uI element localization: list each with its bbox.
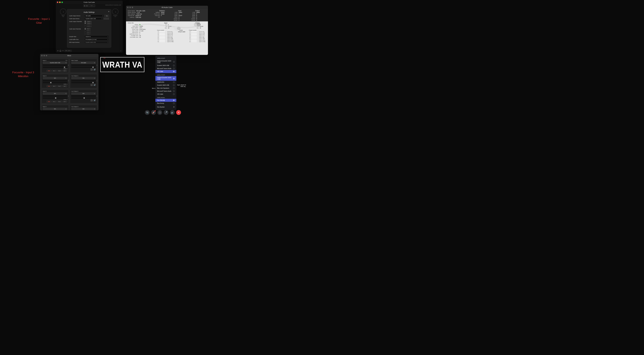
device-dropdown[interactable]: VB-Cable (71, 62, 96, 64)
aux-button[interactable]: Aux 1 (52, 70, 57, 72)
close-icon[interactable] (127, 7, 128, 8)
zoom-icon[interactable] (62, 2, 63, 3)
aux-button[interactable]: Aux 2 (57, 101, 62, 102)
view-icon[interactable]: ▦ (86, 5, 88, 7)
device-option[interactable]: VB-Cable (155, 93, 176, 96)
close-icon[interactable]: ✕ (108, 10, 110, 12)
device-option[interactable]: Ses Etkinliği (155, 99, 176, 102)
channel-checkbox[interactable]: Output 4 (84, 26, 109, 27)
pan-slider[interactable] (71, 82, 96, 83)
channel-checkbox[interactable]: Input 3 (84, 32, 109, 33)
checkbox-icon (84, 22, 86, 24)
output-toggle[interactable]: 🔊 (93, 84, 96, 86)
sample-rate-dropdown[interactable]: 44100 Hz (84, 36, 109, 38)
latency-value[interactable]: 7168 smp (136, 16, 141, 18)
device-option[interactable]: Scarlett 18i20 USB (155, 64, 176, 67)
share-screen-button[interactable]: 🖵 (157, 110, 162, 115)
aux-button[interactable]: Aux 1 (52, 101, 57, 102)
output-toggle[interactable]: 🔊 (93, 99, 96, 102)
channel-checkbox[interactable]: Input 4 (84, 33, 109, 35)
output-device-dropdown[interactable]: VB-Cable (84, 15, 104, 17)
soundboard-button[interactable]: 🔉 (170, 110, 175, 115)
activity-button[interactable]: 🚀 (151, 110, 156, 115)
device-dropdown[interactable]: N/A (71, 92, 96, 95)
channel-label: Output 4 (87, 26, 92, 27)
channel-checkbox[interactable]: Input 2 (84, 30, 109, 31)
view-icon[interactable]: ▣ (84, 5, 86, 7)
zoom-icon[interactable] (132, 7, 133, 8)
output-knob[interactable] (112, 8, 118, 15)
input-knob[interactable] (60, 8, 66, 15)
output-toggle[interactable]: 🎧 (90, 99, 93, 102)
device-dropdown[interactable]: Scarlett 18i20 USB (43, 62, 67, 64)
aux-button[interactable]: Aux 3 (62, 70, 67, 72)
mute-button[interactable]: Mute (46, 101, 52, 102)
zoom-icon[interactable] (46, 55, 47, 56)
device-option[interactable]: Microsoft Teams Audio (155, 67, 176, 70)
output-toggle[interactable]: 🔊 (93, 68, 96, 71)
output-toggle[interactable]: 🎧 (90, 68, 93, 71)
channel-checkbox[interactable]: Output 1 (84, 21, 109, 22)
mute-button[interactable]: Mute (46, 70, 52, 72)
aux-button[interactable]: Aux 2 (57, 70, 62, 72)
vb-titlebar[interactable]: VB-Audio Cable (126, 6, 208, 9)
test-button[interactable]: Test (104, 15, 109, 17)
aux-button[interactable]: Aux 1 (52, 85, 57, 87)
channel-checkbox[interactable]: Output 3 (84, 24, 109, 26)
aux-button[interactable]: Aux 3 (62, 85, 67, 87)
close-icon[interactable] (41, 55, 42, 56)
mixer-titlebar[interactable]: Mixer (40, 54, 98, 57)
internal-sr-value[interactable]: 44100 Hz (136, 15, 141, 16)
midi-input-dropdown[interactable]: Scarlett 18i20 USB (84, 41, 109, 44)
kv-key: b2048: (188, 20, 196, 21)
tuner-icon[interactable]: Ψ (62, 50, 64, 52)
aux-button[interactable]: Aux 2 (57, 85, 62, 87)
device-option[interactable]: Default (Scarlett 18i20 USB) (155, 60, 176, 64)
tap-tempo[interactable]: TAP | 120.0 ♩ (64, 50, 72, 52)
audio-settings-item[interactable]: Ses Ayarları ⚙ (155, 105, 176, 109)
fortin-view-switcher[interactable]: ▣▦⎍⇆⬚ (83, 4, 95, 7)
pan-slider[interactable] (43, 98, 67, 98)
minimize-icon[interactable] (130, 7, 131, 8)
device-dropdown[interactable]: N/A (43, 108, 67, 110)
checkbox-icon (84, 21, 86, 22)
view-icon[interactable]: ⎍ (88, 5, 90, 7)
expand-icon[interactable]: ⤢ (120, 50, 121, 52)
video-button[interactable]: 📷 (145, 110, 150, 115)
gear-icon[interactable]: ⚙ (57, 50, 58, 52)
device-option[interactable]: Bas-Konuş (155, 102, 176, 105)
device-dropdown[interactable]: N/A (43, 92, 67, 95)
device-option[interactable]: Microsoft Teams Audio (155, 90, 176, 93)
channel-checkbox[interactable]: Output 2 (84, 22, 109, 24)
fortin-titlebar[interactable]: Fortin Cali Suite (56, 0, 123, 4)
minimize-icon[interactable] (44, 55, 45, 56)
disconnect-button[interactable]: ✕ (176, 110, 181, 115)
pan-slider[interactable] (71, 98, 96, 98)
device-option[interactable]: Scarlett 18i20 USB (155, 84, 176, 87)
minimize-icon[interactable] (59, 2, 60, 3)
device-option[interactable]: Mac mini Speakers (155, 87, 176, 90)
pan-slider[interactable] (43, 67, 67, 68)
kv-key: b1024: (188, 18, 196, 20)
view-icon[interactable]: ⇆ (90, 5, 92, 7)
headphones-icon[interactable]: 🎧 (60, 50, 62, 52)
device-dropdown[interactable]: N/A (71, 108, 96, 110)
device-option[interactable]: SAMSUNG (155, 81, 176, 84)
pan-slider[interactable] (71, 67, 96, 68)
buffer-size-dropdown[interactable]: 64 samples (1.5 ms) (84, 38, 109, 41)
device-option[interactable]: VB-Cable (155, 70, 176, 73)
kv-value: 29852 (196, 12, 200, 13)
view-icon[interactable]: ⬚ (93, 5, 95, 7)
device-dropdown[interactable]: N/A (43, 77, 67, 79)
output-toggle[interactable]: 🎧 (90, 84, 93, 86)
pan-slider[interactable] (43, 82, 67, 83)
aux-button[interactable]: Aux 3 (62, 101, 67, 102)
sample-rate-label: Sample Rate: (69, 36, 84, 37)
input-device-dropdown[interactable]: Scarlett 18i20 USB (84, 18, 103, 20)
device-option[interactable]: Default (Scarlett 18i20 USB) (155, 76, 176, 81)
device-dropdown[interactable]: N/A (71, 77, 96, 79)
mute-button[interactable]: 🎤 (164, 110, 168, 115)
channel-checkbox[interactable]: Input 1 (84, 28, 109, 30)
close-icon[interactable] (57, 2, 58, 3)
mute-button[interactable]: Mute (46, 85, 52, 87)
